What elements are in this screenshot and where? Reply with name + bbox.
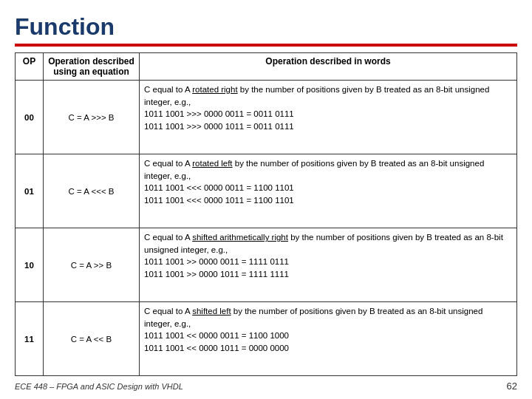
footer-left: ECE 448 – FPGA and ASIC Design with VHDL	[15, 382, 183, 391]
header-words: Operation described in words	[140, 53, 517, 81]
table-row-op: 11	[16, 302, 44, 376]
table-row-equation: C = A >>> B	[44, 81, 140, 154]
table-row-words: C equal to A rotated left by the number …	[140, 154, 517, 228]
table-row-words: C equal to A shifted arithmetically righ…	[140, 228, 517, 302]
table-row-equation: C = A >> B	[44, 228, 140, 302]
table-row-equation: C = A << B	[44, 302, 140, 376]
page-title: Function	[15, 13, 517, 41]
table-row-words: C equal to A shifted left by the number …	[140, 302, 517, 376]
table-row-op: 00	[16, 81, 44, 154]
red-divider	[15, 44, 517, 47]
page: Function OP Operation describedusing an …	[0, 0, 532, 399]
table-row-op: 10	[16, 228, 44, 302]
table-row-equation: C = A <<< B	[44, 154, 140, 228]
header-equation: Operation describedusing an equation	[44, 53, 140, 81]
header-op: OP	[16, 53, 44, 81]
table-row-words: C equal to A rotated right by the number…	[140, 81, 517, 154]
table-row-op: 01	[16, 154, 44, 228]
footer: ECE 448 – FPGA and ASIC Design with VHDL…	[15, 381, 517, 392]
footer-page-number: 62	[507, 381, 517, 392]
function-table: OP Operation describedusing an equation …	[15, 52, 517, 376]
